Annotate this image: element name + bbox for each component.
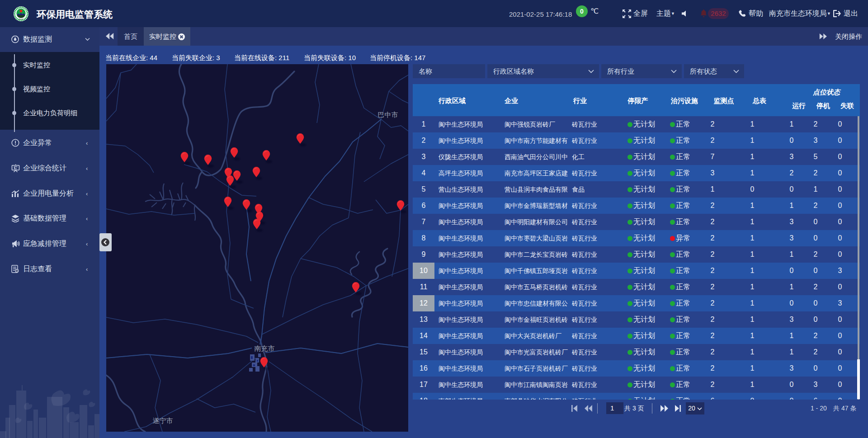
svg-text:巴中市: 巴中市 xyxy=(378,111,398,118)
svg-text:南充市: 南充市 xyxy=(255,344,275,352)
svg-text:遂宁市: 遂宁市 xyxy=(153,417,173,424)
